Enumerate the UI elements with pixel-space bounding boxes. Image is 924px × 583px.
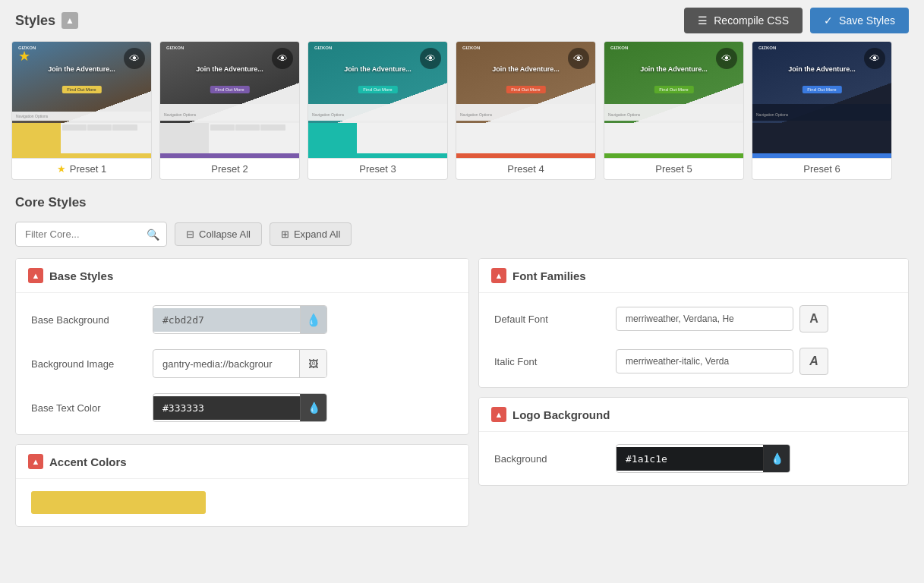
recompile-icon: ☰ bbox=[698, 14, 708, 27]
base-text-color-label: Base Text Color bbox=[31, 402, 153, 414]
base-background-row: Base Background 💧 bbox=[31, 305, 453, 334]
preset-1-label: ★ Preset 1 bbox=[11, 159, 152, 180]
base-text-color-picker-button[interactable]: 💧 bbox=[300, 394, 326, 421]
collapse-all-button[interactable]: ⊟ Collapse All bbox=[175, 222, 262, 246]
preset-4[interactable]: GIZKON Join the Adventure... Find Out Mo… bbox=[456, 41, 596, 180]
base-styles-body: Base Background 💧 Background bbox=[16, 293, 468, 434]
preset-3[interactable]: GIZKON Join the Adventure... Find Out Mo… bbox=[307, 41, 448, 180]
background-image-value: 🖼 bbox=[153, 349, 453, 378]
preset-1[interactable]: GIZKON Join the Adventure... Find Out Mo… bbox=[11, 41, 152, 180]
background-image-label: Background Image bbox=[31, 358, 153, 370]
preset-5-eye-icon[interactable]: 👁 bbox=[716, 48, 737, 69]
italic-font-value: A bbox=[616, 348, 893, 375]
preset-1-title: Join the Adventure... bbox=[48, 65, 115, 73]
dropper-icon-dark: 💧 bbox=[307, 402, 320, 414]
accent-colors-collapse-button[interactable]: ▲ bbox=[28, 454, 43, 469]
accent-colors-section: ▲ Accent Colors bbox=[15, 444, 469, 527]
italic-font-picker-button[interactable]: A bbox=[799, 348, 828, 375]
logo-background-body: Background 💧 bbox=[479, 432, 908, 485]
preset-4-title: Join the Adventure... bbox=[492, 65, 560, 73]
filter-input-wrap: 🔍 bbox=[15, 222, 167, 247]
preset-5-nav: Navigation Options bbox=[604, 104, 743, 121]
base-text-color-input[interactable] bbox=[153, 396, 300, 420]
top-bar: Styles ▲ ☰ Recompile CSS ✓ Save Styles bbox=[0, 0, 924, 41]
logo-background-input[interactable] bbox=[617, 447, 763, 471]
logo-background-picker-button[interactable]: 💧 bbox=[763, 445, 790, 472]
base-background-color-picker-button[interactable]: 💧 bbox=[300, 306, 326, 333]
background-image-input[interactable] bbox=[153, 352, 299, 376]
italic-font-input-wrap: A bbox=[616, 348, 828, 375]
panel-right: ▲ Font Families Default Font A bbox=[478, 258, 909, 527]
font-families-header: ▲ Font Families bbox=[479, 259, 908, 293]
base-background-value: 💧 bbox=[153, 305, 453, 334]
preset-1-eye-icon[interactable]: 👁 bbox=[124, 48, 145, 69]
base-background-input-wrap: 💧 bbox=[153, 305, 327, 334]
font-families-body: Default Font A Italic Font bbox=[479, 293, 908, 387]
preset-6-logo: GIZKON bbox=[758, 46, 776, 50]
logo-background-input-wrap: 💧 bbox=[616, 444, 790, 473]
logo-background-title: Logo Background bbox=[512, 408, 610, 421]
default-font-input[interactable] bbox=[616, 307, 793, 331]
expand-all-button[interactable]: ⊞ Expand All bbox=[270, 222, 352, 246]
panels-row: ▲ Base Styles Base Background 💧 bbox=[8, 258, 916, 527]
base-styles-title: Base Styles bbox=[49, 269, 113, 282]
top-actions: ☰ Recompile CSS ✓ Save Styles bbox=[684, 8, 909, 33]
preset-6[interactable]: GIZKON Join the Adventure... Find Out Mo… bbox=[752, 41, 892, 180]
preset-5-cta: Find Out More bbox=[654, 86, 693, 93]
preset-3-logo: GIZKON bbox=[314, 46, 332, 50]
preset-6-title: Join the Adventure... bbox=[788, 65, 856, 73]
preset-3-eye-icon[interactable]: 👁 bbox=[420, 48, 441, 69]
default-font-row: Default Font A bbox=[494, 305, 893, 332]
preset-2[interactable]: GIZKON Join the Adventure... Find Out Mo… bbox=[159, 41, 300, 180]
accent-color-swatch[interactable] bbox=[31, 491, 206, 514]
preset-6-label: Preset 6 bbox=[752, 159, 892, 180]
font-families-section: ▲ Font Families Default Font A bbox=[478, 258, 909, 388]
recompile-css-button[interactable]: ☰ Recompile CSS bbox=[684, 8, 803, 33]
accent-colors-header: ▲ Accent Colors bbox=[16, 445, 468, 479]
image-icon: 🖼 bbox=[308, 358, 318, 370]
check-icon: ✓ bbox=[824, 14, 833, 27]
preset-4-nav: Navigation Options bbox=[456, 104, 595, 121]
preset-4-logo: GIZKON bbox=[462, 46, 480, 50]
preset-2-nav: Navigation Options bbox=[160, 104, 299, 121]
save-styles-button[interactable]: ✓ Save Styles bbox=[810, 8, 909, 33]
default-font-value: A bbox=[616, 305, 893, 332]
preset-4-eye-icon[interactable]: 👁 bbox=[568, 48, 589, 69]
accent-colors-title: Accent Colors bbox=[49, 455, 127, 468]
dropper-icon: 💧 bbox=[306, 313, 321, 327]
preset-6-nav: Navigation Options bbox=[752, 104, 891, 121]
italic-font-input[interactable] bbox=[616, 349, 793, 373]
collapse-icon: ⊟ bbox=[186, 228, 194, 240]
font-families-collapse-button[interactable]: ▲ bbox=[491, 268, 506, 283]
preset-4-cta: Find Out More bbox=[506, 86, 545, 93]
preset-1-cta: Find Out More bbox=[61, 86, 101, 93]
logo-background-label: Background bbox=[494, 453, 616, 465]
preset-2-title: Join the Adventure... bbox=[196, 65, 263, 73]
background-image-input-wrap: 🖼 bbox=[153, 349, 327, 378]
base-background-input[interactable] bbox=[153, 308, 300, 332]
accent-colors-body bbox=[16, 479, 468, 526]
base-text-color-value: 💧 bbox=[153, 393, 453, 422]
preset-5[interactable]: GIZKON Join the Adventure... Find Out Mo… bbox=[604, 41, 744, 180]
default-font-input-wrap: A bbox=[616, 305, 828, 332]
base-styles-header: ▲ Base Styles bbox=[16, 259, 468, 293]
presets-row: GIZKON Join the Adventure... Find Out Mo… bbox=[0, 41, 924, 188]
background-image-row: Background Image 🖼 bbox=[31, 349, 453, 378]
title-collapse-button[interactable]: ▲ bbox=[61, 12, 78, 29]
background-image-picker-button[interactable]: 🖼 bbox=[299, 350, 326, 377]
expand-icon: ⊞ bbox=[281, 228, 289, 240]
preset-6-eye-icon[interactable]: 👁 bbox=[864, 48, 885, 69]
page-title-area: Styles ▲ bbox=[15, 12, 78, 29]
base-background-label: Base Background bbox=[31, 314, 153, 326]
default-font-picker-button[interactable]: A bbox=[799, 305, 828, 332]
default-font-label: Default Font bbox=[494, 314, 616, 325]
preset-3-cta: Find Out More bbox=[358, 86, 397, 93]
search-icon: 🔍 bbox=[147, 228, 159, 241]
base-text-color-input-wrap: 💧 bbox=[153, 393, 327, 422]
filter-core-input[interactable] bbox=[15, 222, 167, 247]
logo-background-collapse-button[interactable]: ▲ bbox=[491, 407, 506, 422]
base-styles-collapse-button[interactable]: ▲ bbox=[28, 268, 43, 283]
preset-3-nav: Navigation Options bbox=[308, 104, 447, 121]
preset-2-eye-icon[interactable]: 👁 bbox=[272, 48, 293, 69]
panel-left: ▲ Base Styles Base Background 💧 bbox=[15, 258, 469, 527]
